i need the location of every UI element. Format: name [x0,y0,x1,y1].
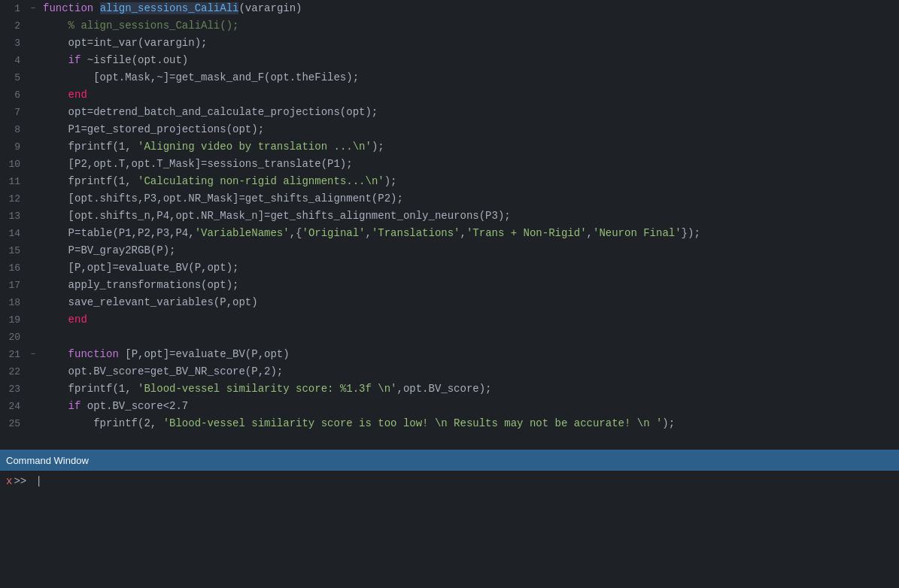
code-content: opt.BV_score=get_BV_NR_score(P,2); [40,363,899,380]
code-line: 6 end [0,86,899,104]
line-gutter: 4 [0,52,40,69]
line-gutter: 6 [0,86,40,104]
code-editor[interactable]: 1−function align_sessions_CaliAli(vararg… [0,0,899,450]
line-gutter: 1− [0,0,40,17]
code-line: 1−function align_sessions_CaliAli(vararg… [0,0,899,17]
code-content: [opt.Mask,~]=get_mask_and_F(opt.theFiles… [40,69,899,86]
code-line: 19 end [0,311,899,329]
line-gutter: 13 [0,208,40,225]
line-number: 18 [0,294,26,311]
line-gutter: 21− [0,346,40,363]
line-number: 12 [0,190,26,208]
code-content: function [P,opt]=evaluate_BV(P,opt) [40,346,899,363]
line-gutter: 3 [0,35,40,52]
line-gutter: 23 [0,380,40,398]
line-number: 14 [0,225,26,242]
line-gutter: 15 [0,242,40,259]
code-content: P1=get_stored_projections(opt); [40,121,899,138]
code-line: 13 [opt.shifts_n,P4,opt.NR_Mask_n]=get_s… [0,208,899,225]
line-number: 6 [0,86,26,104]
line-gutter: 10 [0,156,40,173]
line-number: 22 [0,363,26,380]
code-line: 12 [opt.shifts,P3,opt.NR_Mask]=get_shift… [0,190,899,208]
line-number: 2 [0,17,26,35]
code-line: 23 fprintf(1, 'Blood-vessel similarity s… [0,380,899,398]
line-number: 1 [0,0,26,17]
line-gutter: 7 [0,104,40,121]
line-gutter: 8 [0,121,40,138]
code-content: P=table(P1,P2,P3,P4,'VariableNames',{'Or… [40,225,899,242]
line-number: 15 [0,242,26,259]
line-gutter: 9 [0,138,40,156]
code-content: opt=detrend_batch_and_calculate_projecti… [40,104,899,121]
line-number: 5 [0,69,26,86]
code-content: [P,opt]=evaluate_BV(P,opt); [40,259,899,277]
line-number: 17 [0,277,26,294]
line-number: 13 [0,208,26,225]
line-gutter: 5 [0,69,40,86]
line-number: 3 [0,35,26,52]
code-content: end [40,86,899,104]
code-line: 8 P1=get_stored_projections(opt); [0,121,899,138]
prompt-x: x [6,475,12,487]
code-content: P=BV_gray2RGB(P); [40,242,899,259]
fold-indicator[interactable]: − [26,346,40,363]
code-content: [opt.shifts_n,P4,opt.NR_Mask_n]=get_shif… [40,208,899,225]
code-content: if opt.BV_score<2.7 [40,398,899,415]
line-gutter: 22 [0,363,40,380]
fold-indicator[interactable]: − [26,0,40,17]
command-window-body[interactable]: x >> | [0,471,899,588]
code-content: fprintf(1, 'Calculating non-rigid alignm… [40,173,899,190]
code-line: 2 % align_sessions_CaliAli(); [0,17,899,35]
code-content: fprintf(1, 'Aligning video by translatio… [40,138,899,156]
code-content: fprintf(1, 'Blood-vessel similarity scor… [40,380,899,398]
code-content: end [40,311,899,329]
command-window-title: Command Window [6,455,89,466]
line-number: 11 [0,173,26,190]
line-gutter: 16 [0,259,40,277]
code-line: 17 apply_transformations(opt); [0,277,899,294]
code-line: 7 opt=detrend_batch_and_calculate_projec… [0,104,899,121]
cursor: | [29,475,42,487]
line-number: 21 [0,346,26,363]
code-content: opt=int_var(varargin); [40,35,899,52]
line-number: 10 [0,156,26,173]
code-content: [P2,opt.T,opt.T_Mask]=sessions_translate… [40,156,899,173]
line-number: 4 [0,52,26,69]
line-number: 8 [0,121,26,138]
code-line: 3 opt=int_var(varargin); [0,35,899,52]
code-line: 18 save_relevant_variables(P,opt) [0,294,899,311]
line-gutter: 25 [0,415,40,432]
line-number: 7 [0,104,26,121]
code-line: 14 P=table(P1,P2,P3,P4,'VariableNames',{… [0,225,899,242]
code-line: 4 if ~isfile(opt.out) [0,52,899,69]
line-gutter: 11 [0,173,40,190]
code-line: 9 fprintf(1, 'Aligning video by translat… [0,138,899,156]
line-number: 25 [0,415,26,432]
code-line: 15 P=BV_gray2RGB(P); [0,242,899,259]
line-gutter: 19 [0,311,40,329]
line-number: 23 [0,380,26,398]
code-content: [opt.shifts,P3,opt.NR_Mask]=get_shifts_a… [40,190,899,208]
code-line: 10 [P2,opt.T,opt.T_Mask]=sessions_transl… [0,156,899,173]
line-gutter: 12 [0,190,40,208]
code-content: fprintf(2, 'Blood-vessel similarity scor… [40,415,899,432]
code-line: 5 [opt.Mask,~]=get_mask_and_F(opt.theFil… [0,69,899,86]
line-number: 16 [0,259,26,277]
code-content: if ~isfile(opt.out) [40,52,899,69]
line-gutter: 18 [0,294,40,311]
code-content: % align_sessions_CaliAli(); [40,17,899,35]
command-window-header: Command Window [0,450,899,471]
code-line: 16 [P,opt]=evaluate_BV(P,opt); [0,259,899,277]
line-gutter: 17 [0,277,40,294]
code-line: 22 opt.BV_score=get_BV_NR_score(P,2); [0,363,899,380]
code-line: 21− function [P,opt]=evaluate_BV(P,opt) [0,346,899,363]
line-gutter: 2 [0,17,40,35]
code-line: 24 if opt.BV_score<2.7 [0,398,899,415]
code-line: 11 fprintf(1, 'Calculating non-rigid ali… [0,173,899,190]
line-number: 9 [0,138,26,156]
line-number: 24 [0,398,26,415]
code-content: function align_sessions_CaliAli(varargin… [40,0,899,17]
code-content: save_relevant_variables(P,opt) [40,294,899,311]
code-content: apply_transformations(opt); [40,277,899,294]
